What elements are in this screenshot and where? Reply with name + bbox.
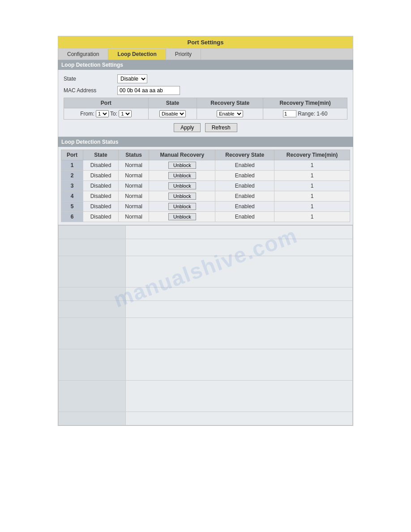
grey-row-4: [59, 287, 353, 301]
grey-cell-right: [126, 239, 353, 256]
recovery-state-cell: Enabled: [215, 202, 274, 212]
recovery-state-cell: Enabled: [215, 160, 274, 171]
recovery-time-cell: Range: 1-60: [263, 108, 347, 120]
state-cell: Disabled: [83, 160, 118, 171]
status-col-manual-recovery: Manual Recovery: [149, 150, 215, 160]
recovery-state-cell: Enabled: [215, 181, 274, 191]
port-cell: 6: [61, 212, 83, 222]
col-recovery-time: Recovery Time(min): [263, 98, 347, 108]
grey-row-1: [59, 226, 353, 239]
status-col-state: State: [83, 150, 118, 160]
grey-row-8: [59, 381, 353, 412]
manual-recovery-cell: Unblock: [149, 181, 215, 191]
table-row: 3DisabledNormalUnblockEnabled1: [61, 181, 350, 191]
recovery-time-cell: 1: [274, 191, 350, 202]
state-cell: Disabled: [83, 181, 118, 191]
grey-cell-right: [126, 226, 353, 239]
grey-row-5: [59, 301, 353, 318]
port-cell: 1: [61, 160, 83, 171]
unblock-button[interactable]: Unblock: [168, 172, 196, 179]
unblock-button[interactable]: Unblock: [168, 203, 196, 210]
status-table: Port State Status Manual Recovery Recove…: [61, 150, 350, 222]
port-range-table: Port State Recovery State Recovery Time(…: [64, 98, 347, 120]
loop-detection-status-section: Loop Detection Status Port State Status …: [58, 137, 353, 225]
lower-section: [58, 225, 353, 426]
manual-recovery-cell: Unblock: [149, 191, 215, 202]
mac-address-row: MAC Address: [64, 86, 347, 95]
port-cell: 4: [61, 191, 83, 202]
grey-row-2: [59, 239, 353, 256]
mac-address-input[interactable]: [117, 86, 180, 95]
status-cell: Normal: [118, 181, 149, 191]
unblock-button[interactable]: Unblock: [168, 193, 196, 200]
recovery-state-cell: EnableDisable: [197, 108, 263, 120]
recovery-time-cell: 1: [274, 160, 350, 171]
manual-recovery-cell: Unblock: [149, 212, 215, 222]
apply-button[interactable]: Apply: [174, 123, 201, 132]
page-title: Port Settings: [58, 36, 353, 49]
status-cell: Normal: [118, 212, 149, 222]
grey-cell-left: [59, 381, 126, 412]
lower-grey-table: [58, 225, 353, 425]
status-col-port: Port: [61, 150, 83, 160]
table-row: 1DisabledNormalUnblockEnabled1: [61, 160, 350, 171]
recovery-time-input[interactable]: [283, 110, 296, 117]
grey-cell-left: [59, 239, 126, 256]
tab-priority[interactable]: Priority: [166, 49, 201, 60]
grey-cell-right: [126, 349, 353, 381]
tab-loop-detection[interactable]: Loop Detection: [108, 49, 166, 60]
to-select[interactable]: 123456: [119, 110, 132, 117]
manual-recovery-cell: Unblock: [149, 160, 215, 171]
grey-cell-left: [59, 287, 126, 301]
apply-row: Apply Refresh: [64, 123, 347, 132]
col-recovery-state: Recovery State: [197, 98, 263, 108]
state-range-select[interactable]: DisableEnable: [159, 110, 186, 117]
manual-recovery-cell: Unblock: [149, 202, 215, 212]
recovery-state-cell: Enabled: [215, 171, 274, 181]
port-cell: 2: [61, 171, 83, 181]
settings-area: State Disable Enable MAC Address Port St…: [58, 70, 353, 137]
loop-detection-settings-header: Loop Detection Settings: [58, 60, 353, 70]
status-cell: Normal: [118, 160, 149, 171]
status-cell: Normal: [118, 191, 149, 202]
col-state: State: [148, 98, 197, 108]
loop-detection-status-header: Loop Detection Status: [58, 137, 353, 147]
recovery-state-select[interactable]: EnableDisable: [217, 110, 243, 117]
status-col-status: Status: [118, 150, 149, 160]
status-cell: Normal: [118, 171, 149, 181]
mac-address-label: MAC Address: [64, 87, 117, 94]
refresh-button[interactable]: Refresh: [205, 123, 237, 132]
table-row: 5DisabledNormalUnblockEnabled1: [61, 202, 350, 212]
grey-cell-right: [126, 381, 353, 412]
status-col-recovery-state: Recovery State: [215, 150, 274, 160]
status-cell: Normal: [118, 202, 149, 212]
recovery-time-range: Range: 1-60: [298, 111, 327, 117]
grey-cell-left: [59, 349, 126, 381]
grey-row-9: [59, 412, 353, 425]
recovery-time-cell: 1: [274, 181, 350, 191]
unblock-button[interactable]: Unblock: [168, 182, 196, 189]
state-row: State Disable Enable: [64, 74, 347, 83]
port-range-cell: From: 123456 To: 123456: [64, 108, 149, 120]
state-select[interactable]: Disable Enable: [117, 74, 147, 83]
unblock-button[interactable]: Unblock: [168, 213, 196, 220]
to-label: To:: [110, 111, 117, 117]
col-port: Port: [64, 98, 149, 108]
table-row: 4DisabledNormalUnblockEnabled1: [61, 191, 350, 202]
tab-configuration[interactable]: Configuration: [58, 49, 108, 60]
grey-cell-left: [59, 256, 126, 287]
grey-cell-right: [126, 287, 353, 301]
state-cell: Disabled: [83, 171, 118, 181]
state-cell: Disabled: [83, 202, 118, 212]
recovery-time-cell: 1: [274, 171, 350, 181]
recovery-time-cell: 1: [274, 202, 350, 212]
recovery-state-cell: Enabled: [215, 191, 274, 202]
status-col-recovery-time: Recovery Time(min): [274, 150, 350, 160]
grey-cell-left: [59, 412, 126, 425]
state-cell: Disabled: [83, 191, 118, 202]
grey-cell-right: [126, 318, 353, 349]
loop-detection-settings-section: Loop Detection Settings State Disable En…: [58, 60, 353, 137]
unblock-button[interactable]: Unblock: [168, 162, 196, 169]
table-row: 2DisabledNormalUnblockEnabled1: [61, 171, 350, 181]
from-select[interactable]: 123456: [96, 110, 109, 117]
